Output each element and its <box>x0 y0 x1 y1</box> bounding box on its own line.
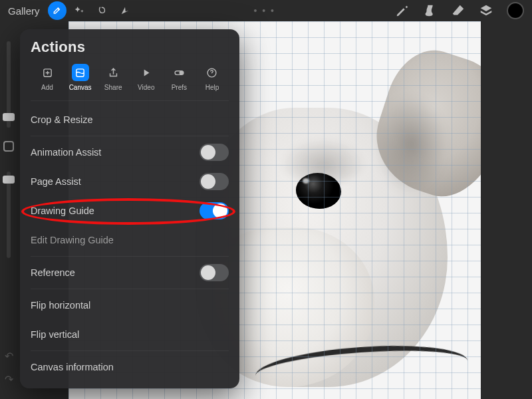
tab-help[interactable]: Help <box>197 64 227 91</box>
menu-label: Canvas information <box>31 362 114 372</box>
tab-label: Help <box>205 84 219 91</box>
transform-icon[interactable] <box>116 1 134 20</box>
brush-icon[interactable] <box>395 3 410 18</box>
menu-label: Reference <box>31 267 75 278</box>
separator <box>31 350 229 351</box>
menu-drawing-guide[interactable]: Drawing Guide <box>31 196 229 225</box>
separator <box>31 289 229 289</box>
toggle-drawing-guide[interactable] <box>200 202 229 219</box>
plus-icon <box>39 64 56 81</box>
tab-label: Prefs <box>172 84 187 91</box>
undo-icon[interactable]: ↶ <box>5 350 13 362</box>
toolbar-center: • • • <box>134 5 395 16</box>
menu-crop-resize[interactable]: Crop & Resize <box>31 105 229 134</box>
actions-icon[interactable] <box>48 1 66 20</box>
smudge-icon[interactable] <box>423 3 438 18</box>
tab-label: Video <box>138 84 154 91</box>
redo-icon[interactable]: ↷ <box>5 373 13 386</box>
layers-icon[interactable] <box>479 3 493 18</box>
tab-share[interactable]: Share <box>98 64 128 91</box>
actions-popover: Actions Add Canvas Share Video Prefs Hel… <box>20 29 239 388</box>
selection-icon[interactable] <box>93 1 112 20</box>
svg-point-3 <box>180 71 182 74</box>
tab-add[interactable]: Add <box>32 64 63 91</box>
menu-edit-drawing-guide[interactable]: Edit Drawing Guide <box>31 225 229 255</box>
left-tool-group <box>48 1 134 20</box>
tab-prefs[interactable]: Prefs <box>164 64 194 91</box>
share-icon <box>104 64 122 81</box>
toggle-icon <box>170 64 188 81</box>
help-icon <box>203 64 221 81</box>
menu-label: Flip vertical <box>31 329 79 340</box>
tab-label: Canvas <box>69 84 92 91</box>
menu-label: Edit Drawing Guide <box>31 235 114 245</box>
menu-flip-vertical[interactable]: Flip vertical <box>31 320 229 349</box>
tab-canvas[interactable]: Canvas <box>65 64 96 91</box>
modify-square-button[interactable] <box>3 141 14 152</box>
popover-title: Actions <box>31 39 229 56</box>
actions-tabs: Add Canvas Share Video Prefs Help <box>31 64 229 101</box>
menu-canvas-info[interactable]: Canvas information <box>31 352 229 382</box>
separator <box>31 256 229 257</box>
brush-size-slider[interactable] <box>7 41 11 128</box>
menu-reference[interactable]: Reference <box>31 258 229 287</box>
menu-label: Animation Assist <box>31 147 101 158</box>
undo-redo-group: ↶ ↷ <box>5 350 13 386</box>
top-toolbar: Gallery • • • <box>0 0 532 21</box>
gallery-button[interactable]: Gallery <box>8 5 40 17</box>
play-icon <box>138 64 155 81</box>
canvas-icon <box>72 64 89 81</box>
opacity-slider[interactable] <box>7 172 11 258</box>
left-sidebar: ↶ ↷ <box>0 21 17 399</box>
menu-flip-horizontal[interactable]: Flip horizontal <box>31 291 229 320</box>
separator <box>31 136 229 136</box>
toggle-reference[interactable] <box>200 264 229 281</box>
toggle-page-assist[interactable] <box>200 173 229 190</box>
eraser-icon[interactable] <box>451 3 466 18</box>
color-picker[interactable] <box>507 2 524 19</box>
right-tool-group <box>395 2 524 19</box>
adjustments-icon[interactable] <box>70 1 89 20</box>
menu-page-assist[interactable]: Page Assist <box>31 167 229 196</box>
tab-label: Share <box>104 84 122 91</box>
modify-icon[interactable]: • • • <box>254 5 275 16</box>
menu-label: Flip horizontal <box>31 300 90 311</box>
tab-video[interactable]: Video <box>131 64 162 91</box>
menu-animation-assist[interactable]: Animation Assist <box>31 138 229 167</box>
tab-label: Add <box>41 84 53 91</box>
toggle-animation-assist[interactable] <box>200 144 229 161</box>
menu-label: Page Assist <box>31 176 81 187</box>
menu-label: Drawing Guide <box>31 205 94 216</box>
menu-label: Crop & Resize <box>31 114 92 125</box>
